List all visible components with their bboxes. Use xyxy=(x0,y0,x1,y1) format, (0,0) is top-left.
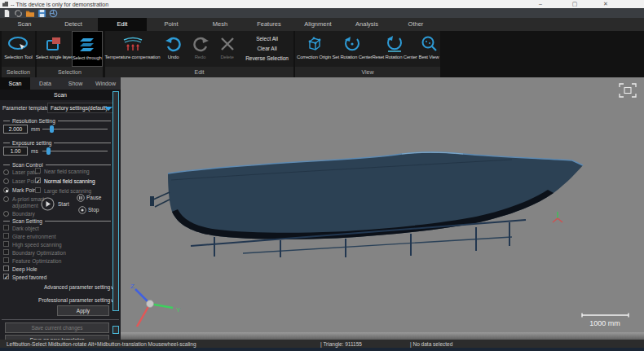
title-bar: -- This device is only for demonstration… xyxy=(0,0,644,8)
slider-handle[interactable] xyxy=(46,147,51,155)
speed-favored-checkbox[interactable]: ✓ xyxy=(3,274,9,279)
boundary-optimization-label: Boundary Optimization xyxy=(12,250,66,256)
correction-origin-icon xyxy=(304,33,324,55)
correction-origin-button[interactable]: Correction Origin xyxy=(295,31,333,59)
tab-other[interactable]: Other xyxy=(391,18,440,31)
save-icon[interactable] xyxy=(37,9,46,18)
bottom-strip xyxy=(0,348,644,351)
large-field-checkbox[interactable] xyxy=(35,187,41,193)
laser-patch-radio[interactable] xyxy=(3,169,9,175)
feature-optimization-checkbox[interactable] xyxy=(3,257,9,263)
set-rotation-center-button[interactable]: Set Rotation Center xyxy=(333,31,372,59)
sidebar-tab-data[interactable]: Data xyxy=(30,77,60,90)
advanced-parameter-link[interactable]: Advanced parameter setting∨ xyxy=(44,284,114,291)
stop-scan-icon[interactable] xyxy=(78,206,86,214)
temperature-compensation-button[interactable]: Temperature compensation xyxy=(106,31,160,59)
feature-optimization-label: Feature Optimization xyxy=(12,258,61,264)
tab-edit[interactable]: Edit xyxy=(98,18,147,31)
slider-handle[interactable] xyxy=(50,125,54,133)
edit-link-stack: Select All Clear All Reverse Selection xyxy=(241,31,293,61)
speed-favored-label: Speed favored xyxy=(12,274,46,280)
ribbon-tab-bar: Scan Detect Edit Point Mesh Features Ali… xyxy=(0,18,644,31)
exposure-unit: ms xyxy=(31,148,38,154)
group-caption-selection: Selection xyxy=(37,67,103,77)
best-view-button[interactable]: Best View xyxy=(417,31,440,59)
window-title: -- This device is only for demonstration xyxy=(11,2,108,7)
redo-button[interactable]: Redo xyxy=(187,31,214,59)
parameter-template-label: Parameter template xyxy=(2,105,49,111)
tab-point[interactable]: Point xyxy=(147,18,196,31)
resolution-input[interactable]: 2.000 xyxy=(3,125,28,134)
sidebar-tab-show[interactable]: Show xyxy=(60,77,90,90)
axis-z-label: Z xyxy=(130,283,135,290)
start-scan-icon[interactable] xyxy=(41,197,55,211)
tab-scan[interactable]: Scan xyxy=(0,18,49,31)
reset-rotation-center-button[interactable]: Reset Rotation Center xyxy=(372,31,417,59)
resolution-setting-legend: Resolution Setting xyxy=(3,118,111,124)
resolution-slider[interactable] xyxy=(42,125,108,134)
parameter-template-dropdown[interactable]: Factory settings(default) xyxy=(47,103,116,113)
delete-button[interactable]: Delete xyxy=(214,31,240,59)
close-button[interactable]: ✕ xyxy=(600,0,611,8)
tab-features[interactable]: Features xyxy=(245,18,293,31)
clear-all-button[interactable]: Clear All xyxy=(241,46,293,51)
boundary-optimization-checkbox[interactable] xyxy=(3,249,9,255)
boundary-radio[interactable] xyxy=(3,211,9,217)
normal-field-checkbox[interactable]: ✓ xyxy=(35,178,41,183)
save-current-changes-button[interactable]: Save current changes xyxy=(5,322,109,333)
stop-scan-label[interactable]: Stop xyxy=(88,207,99,213)
status-bar: Leftbutton-Select Midbutton-rotate Alt+M… xyxy=(0,340,644,348)
high-speed-label: High speed scanning xyxy=(12,242,62,248)
sidebar-scrollbar[interactable] xyxy=(112,91,119,311)
exposure-slider[interactable] xyxy=(42,147,108,156)
mark-point-radio[interactable] xyxy=(3,187,9,193)
laser-point-radio[interactable] xyxy=(3,178,9,184)
new-project-icon[interactable] xyxy=(2,9,11,18)
triangle-count: | Triangle: 911155 xyxy=(320,341,362,347)
ribbon-group-view: Correction Origin Set Rotation Center xyxy=(295,31,440,77)
reverse-selection-button[interactable]: Reverse Selection xyxy=(241,55,293,61)
dark-object-checkbox[interactable] xyxy=(3,225,9,230)
selection-tool-button[interactable]: Selection Tool xyxy=(4,31,32,59)
pause-scan-icon[interactable] xyxy=(77,194,85,202)
high-speed-checkbox[interactable] xyxy=(3,241,9,247)
calibration-wheel-icon[interactable] xyxy=(49,9,58,18)
select-single-layer-button[interactable]: Select single layer xyxy=(37,31,71,59)
pause-scan-label[interactable]: Pause xyxy=(86,195,101,200)
device-sync-icon[interactable] xyxy=(14,9,23,18)
exposure-input[interactable]: 1.00 xyxy=(3,147,28,156)
tab-mesh[interactable]: Mesh xyxy=(196,18,245,31)
3d-viewport[interactable]: Z Y 1000 mm xyxy=(121,77,644,332)
redo-icon xyxy=(192,33,210,55)
scan-setting-legend: Scan Setting xyxy=(3,218,111,224)
glare-environment-checkbox[interactable] xyxy=(3,233,9,239)
apriori-radio[interactable] xyxy=(3,196,9,202)
select-all-button[interactable]: Select All xyxy=(241,36,293,42)
select-through-button[interactable]: Select through xyxy=(72,31,103,67)
app-icon xyxy=(2,2,8,7)
sidebar-tab-scan[interactable]: Scan xyxy=(0,77,30,90)
maximize-button[interactable]: ▢ xyxy=(569,0,580,8)
tab-alignment[interactable]: Alignment xyxy=(293,18,342,31)
minimize-button[interactable]: – xyxy=(535,0,546,8)
application-window: -- This device is only for demonstration… xyxy=(0,0,644,351)
apriori-label: A-priori smart adjustment xyxy=(12,196,45,209)
tab-analysis[interactable]: Analysis xyxy=(342,18,391,31)
apply-button[interactable]: Apply xyxy=(57,305,109,316)
large-field-label: Large field scanning xyxy=(44,188,91,194)
group-caption-selection-tool: Selection Tool xyxy=(2,67,35,77)
professional-parameter-link[interactable]: Professional parameter setting∨ xyxy=(38,297,114,304)
near-field-checkbox[interactable] xyxy=(35,168,41,173)
tab-detect[interactable]: Detect xyxy=(49,18,98,31)
sidebar-tab-window[interactable]: Window xyxy=(90,77,121,90)
undo-button[interactable]: Undo xyxy=(161,31,187,59)
deep-hole-checkbox[interactable] xyxy=(3,265,9,271)
scan-control-legend: Scan Control xyxy=(3,162,111,168)
open-folder-icon[interactable] xyxy=(25,9,35,18)
deep-hole-label: Deep Hole xyxy=(12,266,37,272)
start-scan-label[interactable]: Start xyxy=(58,201,69,207)
viewport-bottom-scrollbar[interactable] xyxy=(121,332,644,340)
ribbon-group-selection: Select single layer Select through Selec… xyxy=(37,31,103,77)
boundary-label: Boundary xyxy=(12,211,35,217)
sidebar-scrollbar-end[interactable] xyxy=(112,326,119,334)
